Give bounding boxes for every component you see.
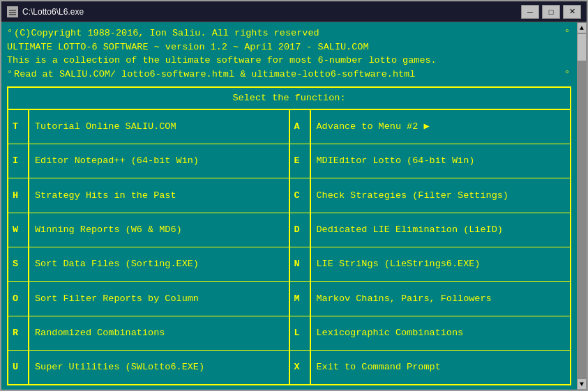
header-line-1: ° (C)Copyright 1988-2016, Ion Saliu. All… [7,26,571,40]
svg-rect-2 [9,12,16,13]
key-right-0[interactable]: A [290,110,310,144]
maximize-button[interactable]: □ [542,5,560,19]
label-left-3[interactable]: Winning Reports (W6 & MD6) [29,213,289,247]
window-icon [7,6,18,17]
svg-rect-1 [9,10,16,11]
scroll-down-button[interactable]: ▼ [577,378,587,390]
titlebar: C:\Lotto6\L6.exe ─ □ ✕ [1,1,587,22]
label-right-6[interactable]: Lexicographic Combinations [311,316,571,350]
label-left-4[interactable]: Sort Data Files (Sorting.EXE) [29,247,289,281]
label-left-1[interactable]: Editor Notepad++ (64-bit Win) [29,144,289,178]
key-right-2[interactable]: C [290,178,310,212]
header-text-2: ULTIMATE LOTTO-6 SOFTWARE ~ version 1.2 … [7,40,368,54]
menu-left-2[interactable]: H Strategy Hits in the Past [8,178,290,212]
key-left-5[interactable]: O [8,282,28,315]
window-title: C:\Lotto6\L6.exe [22,7,521,17]
menu-right-5[interactable]: M Markov Chains, Pairs, Followers [290,282,571,315]
label-left-0[interactable]: Tutorial Online SALIU.COM [29,110,289,144]
menu-right-4[interactable]: N LIE StriNgs (LieStrings6.EXE) [290,247,571,281]
header-line-2: ULTIMATE LOTTO-6 SOFTWARE ~ version 1.2 … [7,40,571,54]
header-section: ° (C)Copyright 1988-2016, Ion Saliu. All… [7,26,571,81]
menu-title: Select the function: [8,88,570,110]
header-text-3: This is a collection of the ultimate sof… [7,54,437,68]
label-left-5[interactable]: Sort Filter Reports by Column [29,282,289,315]
menu-right-0[interactable]: A Advance to Menu #2 ▶ [290,110,571,144]
label-right-3[interactable]: Dedicated LIE Elimination (LieID) [311,213,571,247]
svg-rect-3 [9,14,16,15]
key-left-7[interactable]: U [8,351,28,384]
menu-left-6[interactable]: R Randomized Combinations [8,316,290,350]
header-text-1: (C)Copyright 1988-2016, Ion Saliu. All r… [14,26,319,40]
scroll-up-button[interactable]: ▲ [577,22,587,33]
key-left-6[interactable]: R [8,316,28,350]
key-right-3[interactable]: D [290,213,310,247]
menu-right-2[interactable]: C Check Strategies (Filter Settings) [290,178,571,212]
key-right-5[interactable]: M [290,282,310,315]
menu-left-7[interactable]: U Super Utilities (SWLotto6.EXE) [8,351,290,384]
key-left-1[interactable]: I [8,144,28,178]
label-right-4[interactable]: LIE StriNgs (LieStrings6.EXE) [311,247,571,281]
header-line-4: ° Read at SALIU.COM/ lotto6-software.htm… [7,68,571,82]
menu-row-7: U Super Utilities (SWLotto6.EXE) X Exit … [8,351,570,384]
key-right-7[interactable]: X [290,351,310,384]
key-left-0[interactable]: T [8,110,28,144]
label-right-1[interactable]: MDIEditor Lotto (64-bit Win) [311,144,571,178]
main-window: C:\Lotto6\L6.exe ─ □ ✕ ° (C)Copyright 19… [0,0,588,391]
header-line-3: This is a collection of the ultimate sof… [7,54,571,68]
label-right-5[interactable]: Markov Chains, Pairs, Followers [311,282,571,315]
key-left-4[interactable]: S [8,247,28,281]
content-area: ° (C)Copyright 1988-2016, Ion Saliu. All… [1,22,577,390]
bullet-1r: ° [564,26,570,40]
key-right-1[interactable]: E [290,144,310,178]
label-right-2[interactable]: Check Strategies (Filter Settings) [311,178,571,212]
menu-right-3[interactable]: D Dedicated LIE Elimination (LieID) [290,213,571,247]
menu-right-1[interactable]: E MDIEditor Lotto (64-bit Win) [290,144,571,178]
terminal: ° (C)Copyright 1988-2016, Ion Saliu. All… [1,22,577,390]
menu-row-0: T Tutorial Online SALIU.COM A Advance to… [8,110,570,144]
window-controls: ─ □ ✕ [521,5,581,19]
key-right-4[interactable]: N [290,247,310,281]
menu-left-4[interactable]: S Sort Data Files (Sorting.EXE) [8,247,290,281]
menu-left-5[interactable]: O Sort Filter Reports by Column [8,282,290,315]
label-right-7[interactable]: Exit to Command Prompt [311,351,571,384]
close-button[interactable]: ✕ [563,5,581,19]
menu-row-3: W Winning Reports (W6 & MD6) D Dedicated… [8,213,570,247]
menu-left-3[interactable]: W Winning Reports (W6 & MD6) [8,213,290,247]
menu-row-5: O Sort Filter Reports by Column M Markov… [8,282,570,316]
menu-row-4: S Sort Data Files (Sorting.EXE) N LIE St… [8,247,570,282]
menu-right-7[interactable]: X Exit to Command Prompt [290,351,571,384]
bullet-1: ° [7,26,13,40]
key-left-2[interactable]: H [8,178,28,212]
label-right-0[interactable]: Advance to Menu #2 ▶ [311,110,571,144]
bullet-4r: ° [564,68,570,82]
scrollbar-thumb[interactable] [577,33,587,61]
label-left-7[interactable]: Super Utilities (SWLotto6.EXE) [29,351,289,384]
label-left-2[interactable]: Strategy Hits in the Past [29,178,289,212]
key-right-6[interactable]: L [290,316,310,350]
menu-row-2: H Strategy Hits in the Past C Check Stra… [8,178,570,213]
key-left-3[interactable]: W [8,213,28,247]
label-left-6[interactable]: Randomized Combinations [29,316,289,350]
menu-rows: T Tutorial Online SALIU.COM A Advance to… [8,110,570,384]
menu-box: Select the function: T Tutorial Online S… [7,86,571,385]
minimize-button[interactable]: ─ [521,5,539,19]
menu-right-6[interactable]: L Lexicographic Combinations [290,316,571,350]
menu-left-1[interactable]: I Editor Notepad++ (64-bit Win) [8,144,290,178]
bullet-4: ° [7,68,13,82]
scrollbar: ▲ ▼ [577,22,587,390]
menu-left-0[interactable]: T Tutorial Online SALIU.COM [8,110,290,144]
menu-row-1: I Editor Notepad++ (64-bit Win) E MDIEdi… [8,144,570,178]
header-text-4: Read at SALIU.COM/ lotto6-software.html … [14,68,415,82]
menu-row-6: R Randomized Combinations L Lexicographi… [8,316,570,351]
scrollbar-track[interactable] [577,33,587,378]
